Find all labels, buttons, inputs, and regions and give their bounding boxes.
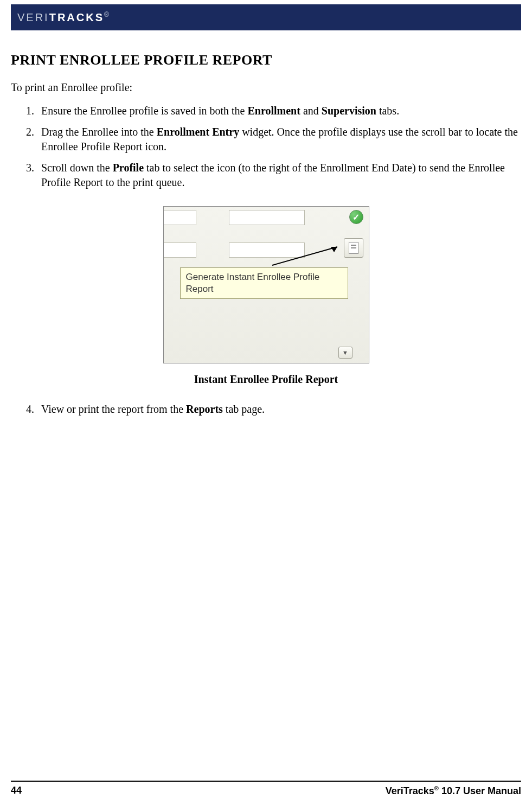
svg-line-0 xyxy=(272,247,337,265)
page-footer: 44 VeriTracks® 10.7 User Manual xyxy=(11,781,521,797)
svg-marker-1 xyxy=(331,247,337,252)
step-1: Ensure the Enrollee profile is saved in … xyxy=(37,104,521,118)
step-2: Drag the Enrollee into the Enrollment En… xyxy=(37,125,521,154)
page-number: 44 xyxy=(11,785,22,797)
brand-suffix: TRACKS xyxy=(49,11,104,23)
page-heading: PRINT ENROLLEE PROFILE REPORT xyxy=(11,52,521,68)
figure-caption: Instant Enrollee Profile Report xyxy=(194,373,338,386)
arrow-icon xyxy=(267,245,343,266)
steps-list: Ensure the Enrollee profile is saved in … xyxy=(37,104,521,190)
generate-report-button[interactable] xyxy=(344,238,363,258)
step-3: Scroll down the Profile tab to select th… xyxy=(37,161,521,190)
report-icon xyxy=(349,242,358,254)
footer-product: VeriTracks® 10.7 User Manual xyxy=(386,785,521,797)
dropdown-button[interactable]: ▼ xyxy=(338,347,352,359)
checkmark-icon[interactable]: ✓ xyxy=(349,210,363,224)
steps-list-continued: View or print the report from the Report… xyxy=(37,402,521,417)
field-top-mid[interactable] xyxy=(229,210,305,225)
brand-prefix: VERI xyxy=(17,11,49,23)
field-top-left[interactable] xyxy=(164,210,196,225)
screenshot-figure: ✓ Generate Instant Enrollee Profile Repo… xyxy=(163,206,369,363)
step-4: View or print the report from the Report… xyxy=(37,402,521,417)
figure-wrap: ✓ Generate Instant Enrollee Profile Repo… xyxy=(11,206,521,386)
brand-logo: VERITRACKS® xyxy=(17,11,111,24)
intro-text: To print an Enrollee profile: xyxy=(11,81,521,94)
header-bar: VERITRACKS® xyxy=(11,4,521,30)
tooltip: Generate Instant Enrollee Profile Report xyxy=(180,267,348,299)
field-row2-left[interactable] xyxy=(164,242,196,258)
brand-reg: ® xyxy=(104,11,111,18)
chevron-down-icon: ▼ xyxy=(342,349,348,356)
